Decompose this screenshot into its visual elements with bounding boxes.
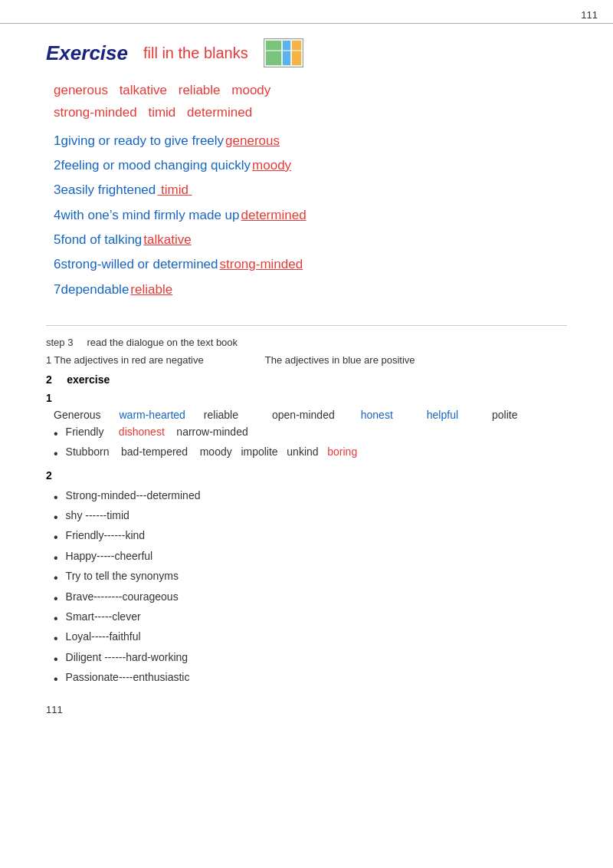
syn-6: • Smart-----clever (46, 610, 567, 627)
svg-rect-3 (292, 41, 301, 65)
pw-open-minded: open-minded (272, 409, 335, 421)
syn-9: • Passionate----enthusiastic (46, 671, 567, 688)
word-reliable: reliable (179, 83, 221, 97)
word-generous: generous (54, 83, 108, 97)
exercise-header: Exercise fill in the blanks (46, 38, 567, 67)
step-label: step 3 read the dialogue on the text boo… (46, 337, 567, 348)
pw-helpful: helpful (427, 409, 458, 421)
main-content: Exercise fill in the blanks generous tal… (0, 0, 613, 746)
svg-rect-4 (266, 50, 301, 51)
syn-8: • Diligent ------hard-working (46, 651, 567, 668)
section2-num: 2 (46, 469, 567, 482)
fill-blanks-label: fill in the blanks (143, 44, 248, 62)
svg-rect-2 (283, 41, 290, 65)
bullet-1: • (54, 426, 58, 442)
positive-words-row: Generous warm-hearted reliable open-mind… (54, 409, 567, 421)
pw-honest: honest (361, 409, 393, 421)
pw-generous: Generous (54, 409, 100, 421)
negative-row-1: • Friendly dishonest narrow-minded (46, 426, 567, 442)
pw-reliable: reliable (204, 409, 238, 421)
page-number-top: 111 (581, 9, 598, 21)
syn-2: • shy ------timid (46, 509, 567, 526)
syn-try: • Try to tell the synonyms (46, 570, 567, 587)
section2-header: 2 exercise (46, 373, 567, 386)
sentence-7: 7dependablereliable (54, 278, 567, 302)
sentence-6: 6strong-willed or determinedstrong-minde… (54, 252, 567, 277)
exercise-title: Exercise (46, 41, 128, 65)
page-number-bottom: 111 (46, 704, 567, 715)
pw-warm-hearted: warm-hearted (119, 409, 185, 421)
adjectives-note: 1 The adjectives in red are negative The… (46, 354, 567, 366)
syn-5: • Brave--------courageous (46, 590, 567, 607)
negative-note: 1 The adjectives in red are negative (46, 354, 204, 366)
section1-label: 1 (46, 392, 567, 404)
negative-row-2: • Stubborn bad-tempered moody impolite u… (46, 446, 567, 462)
svg-rect-1 (266, 41, 281, 65)
sentence-5: 5fond of talkingtalkative (54, 228, 567, 252)
syn-7: • Loyal-----faithful (46, 630, 567, 647)
sentence-3: 3easily frightened timid (54, 178, 567, 202)
bullet-2: • (54, 446, 58, 462)
syn-1: • Strong-minded---determined (46, 489, 567, 506)
word-strong-minded: strong-minded (54, 105, 137, 120)
sentence-4: 4with one’s mind firmly made updetermine… (54, 203, 567, 228)
sentence-2: 2feeling or mood changing quicklymoody (54, 153, 567, 178)
sentence-1: 1giving or ready to give freelygenerous (54, 129, 567, 153)
step-section: step 3 read the dialogue on the text boo… (46, 325, 567, 715)
word-moody: moody (231, 83, 270, 97)
top-line (0, 23, 613, 24)
pw-polite: polite (492, 409, 517, 421)
word-timid: timid (148, 105, 175, 120)
syn-3: • Friendly------kind (46, 529, 567, 546)
synonyms-section: • Strong-minded---determined • shy -----… (46, 489, 567, 689)
word-bank: generous talkative reliable moody strong… (54, 80, 567, 124)
positive-note: The adjectives in blue are positive (265, 354, 415, 366)
syn-4: • Happy-----cheerful (46, 550, 567, 567)
word-talkative: talkative (120, 83, 167, 97)
sentences-section: 1giving or ready to give freelygenerous … (54, 129, 567, 302)
word-determined: determined (187, 105, 252, 120)
exercise-icon (264, 38, 303, 67)
